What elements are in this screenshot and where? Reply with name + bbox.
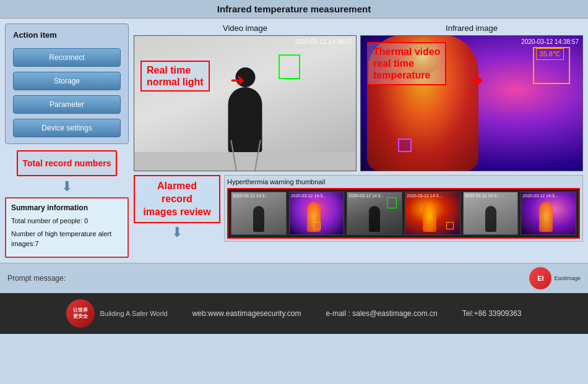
footer-tel: Tel:+86 33909363	[462, 309, 522, 318]
footer-tagline-text: Building A Safer World	[100, 310, 167, 317]
footer-web: web:www.eastimagesecurity.com	[192, 309, 301, 318]
summary-alert: Number of high temperature alert images:…	[11, 229, 123, 249]
prompt-label: Prompt message:	[7, 274, 66, 283]
action-item-label: Action item	[13, 30, 121, 40]
alarmed-down-arrow: ⬇	[134, 224, 220, 241]
thermal-annotation-text: Thermal videoreal timetemperature	[373, 46, 440, 82]
thumbnail-2[interactable]: 2020-03-12 14:3...	[347, 192, 402, 235]
temp-badge: 35.8℃	[536, 48, 564, 60]
prompt-bar: Prompt message: EI Eastimage	[0, 263, 588, 293]
title-bar: Infrared temperature measurement	[0, 0, 588, 19]
footer-email: e-mail : sales@eastimage.com.cn	[326, 309, 438, 318]
normal-video-container: 2020-03-12 14:38:57 Real timenormal ligh…	[134, 35, 357, 171]
storage-button[interactable]: Storage	[13, 72, 121, 90]
face-detection-rect	[279, 54, 300, 79]
thumbnails-label: Hyperthermia warning thumbnail	[227, 178, 580, 186]
video-label: Video image	[134, 23, 357, 33]
device-settings-button[interactable]: Device settings	[13, 119, 121, 137]
parameter-button[interactable]: Parameter	[13, 95, 121, 114]
thermal-annotation-box: Thermal videoreal timetemperature	[367, 42, 446, 85]
infrared-label: Infrared image	[360, 23, 583, 33]
logo-sub-text: Eastimage	[554, 275, 581, 281]
thumbnail-5[interactable]: 2020-03-12 14:3...	[521, 192, 576, 235]
footer-logo-inner: 让世界更安全	[73, 307, 88, 319]
video-row: Video image 2020-03-12 14:38:57	[134, 23, 583, 171]
summary-title: Summary information	[11, 203, 123, 212]
left-panel: Action item Reconnect Storage Parameter …	[5, 23, 129, 258]
summary-box: Summary information Total number of peop…	[5, 197, 129, 258]
thumb-ts-4: 2020-03-12 14:3...	[465, 194, 500, 198]
eastimage-logo-icon: EI	[529, 267, 551, 289]
thumbnail-4[interactable]: 2020-03-12 14:3...	[463, 192, 519, 235]
right-panel: Video image 2020-03-12 14:38:57	[134, 23, 583, 258]
normal-annotation-text: Real timenormal light	[147, 64, 204, 88]
thumb-ts-0: 2020-03-12 14:3...	[233, 194, 268, 198]
record-box: Total record numbers	[17, 150, 118, 176]
thumb-ts-2: 2020-03-12 14:3...	[348, 194, 384, 198]
alarmed-thumbs-row: Alarmed recordimages review ⬇ Hypertherm…	[134, 175, 583, 242]
normal-video-display	[134, 36, 356, 171]
record-down-arrow: ⬇	[61, 179, 72, 195]
thumb-ts-1: 2020-03-12 14:3...	[291, 194, 326, 198]
thermal-video-timestamp: 2020-03-12 14:38:57	[521, 38, 579, 45]
footer-logo-tagline: Building A Safer World	[100, 310, 167, 317]
prompt-logo: EI Eastimage	[529, 267, 581, 289]
thermal-video-section: Infrared image 35.8℃ 2020-03-12 14:38:57…	[360, 23, 583, 171]
footer-logo-icon: 让世界更安全	[66, 299, 95, 328]
thermal-small-square	[398, 139, 412, 152]
main-area: Action item Reconnect Storage Parameter …	[0, 19, 588, 263]
reconnect-button[interactable]: Reconnect	[13, 48, 121, 67]
action-section: Action item Reconnect Storage Parameter …	[5, 23, 129, 144]
thumbnail-1[interactable]: 2020-03-12 14:3...	[289, 192, 345, 235]
normal-video-section: Video image 2020-03-12 14:38:57	[134, 23, 357, 171]
thumbnails-section: Hyperthermia warning thumbnail 2020-03-1…	[224, 175, 583, 242]
alarmed-box: Alarmed recordimages review	[134, 175, 220, 223]
footer-logo-section: 让世界更安全 Building A Safer World	[66, 299, 167, 328]
thermal-arrow-icon: ➜	[469, 70, 483, 90]
thumb-ts-5: 2020-03-12 14:3...	[522, 194, 558, 198]
thumbs-side: Hyperthermia warning thumbnail 2020-03-1…	[224, 175, 583, 242]
thumbnails-row: 2020-03-12 14:3... 2020-03-12 14:3... 20…	[227, 188, 580, 239]
footer: 让世界更安全 Building A Safer World web:www.ea…	[0, 293, 588, 334]
thermal-video-container: 35.8℃ 2020-03-12 14:38:57 Thermal videor…	[360, 35, 583, 171]
eastimage-logo-text: Eastimage	[554, 275, 581, 281]
thumb-orange-sq-1	[313, 222, 321, 229]
app-title: Infrared temperature measurement	[217, 4, 371, 14]
normal-video-timestamp: 2020-03-12 14:38:57	[295, 38, 352, 45]
record-label: Total record numbers	[23, 158, 111, 169]
normal-annotation-box: Real timenormal light	[141, 61, 210, 92]
alarmed-label: Alarmed recordimages review	[141, 180, 213, 218]
normal-arrow-icon: ➜	[230, 70, 244, 90]
thumbnail-0[interactable]: 2020-03-12 14:3...	[231, 192, 287, 235]
thumb-ts-3: 2020-03-12 14:3...	[407, 194, 442, 198]
alarmed-side: Alarmed recordimages review ⬇	[134, 175, 220, 241]
record-section: Total record numbers ⬇	[5, 144, 129, 195]
summary-total: Total number of people: 0	[11, 216, 123, 226]
thumbnail-3[interactable]: 2020-03-12 14:3...	[405, 192, 460, 235]
